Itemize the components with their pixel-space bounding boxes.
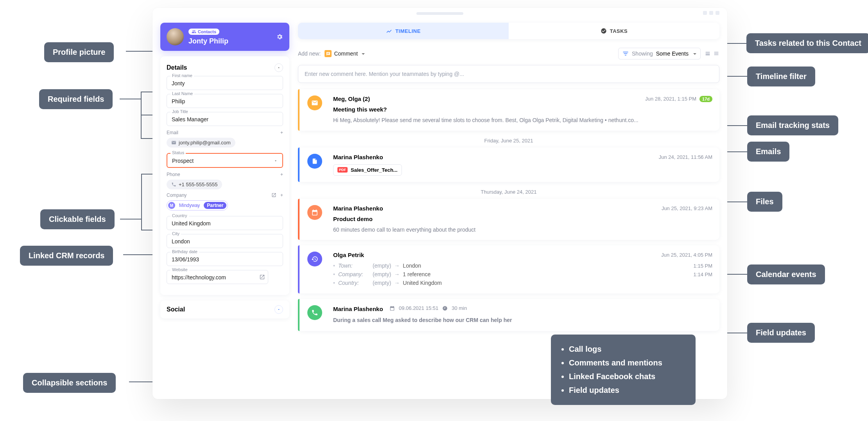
- tabs: TIMELINE TASKS: [298, 23, 719, 39]
- field-updates-list: • Town: (empty) → London 1:15 PM • Compa…: [333, 261, 712, 287]
- profile-header: Contacts Jonty Philip: [160, 23, 289, 51]
- pdf-icon: PDF: [337, 167, 348, 173]
- popup-item: Linked Facebook chats: [569, 370, 684, 383]
- annotation-clickable-fields: Clickable fields: [40, 209, 115, 229]
- field-update-row: • Company: (empty) → 1 reference 1:14 PM: [333, 270, 712, 279]
- add-new-label: Add new:: [298, 50, 321, 57]
- updates-author: Olga Petrik: [333, 252, 364, 258]
- popup-item: Comments and mentions: [569, 356, 684, 370]
- annotation-profile-picture: Profile picture: [44, 42, 114, 62]
- company-label: Company: [167, 193, 187, 198]
- svg-rect-13: [714, 52, 719, 52]
- annotation-email-stats: Email tracking stats: [747, 115, 838, 135]
- caret-down-icon: [274, 159, 278, 163]
- folder-pill[interactable]: Contacts: [188, 29, 219, 35]
- comment-input[interactable]: Enter new comment here. Mention your tea…: [298, 65, 719, 83]
- tab-tasks[interactable]: TASKS: [509, 23, 719, 39]
- calendar-badge-icon: [307, 205, 322, 220]
- annotation-emails: Emails: [747, 142, 789, 162]
- date-separator: Friday, June 25, 2021: [298, 138, 719, 144]
- phone-icon: [171, 182, 176, 187]
- file-badge-icon: [307, 154, 322, 169]
- timeline-event-card[interactable]: Marina Plashenko Jun 25, 2021, 9:23 AM P…: [298, 199, 719, 240]
- popup-item: Field updates: [569, 383, 684, 397]
- gear-icon[interactable]: [276, 33, 283, 40]
- add-phone-icon[interactable]: +: [280, 172, 283, 177]
- job-title-field[interactable]: Job Title: [167, 112, 283, 126]
- svg-rect-15: [714, 54, 719, 55]
- company-chip[interactable]: M Mindyway Partner: [167, 200, 283, 210]
- call-author: Marina Plashenko: [333, 306, 383, 312]
- file-author: Marina Plashenko: [333, 154, 383, 160]
- call-badge-icon: [307, 305, 322, 320]
- annotation-linked-records: Linked CRM records: [20, 246, 113, 266]
- date-separator: Thursday, June 24, 2021: [298, 189, 719, 195]
- external-link-icon[interactable]: [259, 274, 265, 280]
- contact-name: Jonty Philip: [188, 37, 271, 45]
- email-label: Email: [167, 130, 178, 135]
- phone-chip[interactable]: +1 555-555-5555: [167, 180, 222, 189]
- company-tag: Partner: [204, 202, 226, 209]
- annotation-timeline-filter: Timeline filter: [747, 67, 815, 86]
- last-name-field[interactable]: Last Name: [167, 94, 283, 108]
- annotation-required-fields: Required fields: [39, 89, 113, 109]
- email-chip[interactable]: jonty.philip@gmail.com: [167, 138, 235, 148]
- status-field[interactable]: Status Prospect: [167, 153, 283, 168]
- filter-icon: [622, 50, 629, 57]
- timeline-icon: [386, 28, 392, 34]
- phone-label: Phone: [167, 172, 180, 177]
- comment-type-selector[interactable]: Comment: [325, 50, 365, 57]
- first-name-field[interactable]: First name: [167, 76, 283, 90]
- annotation-tasks-related: Tasks related to this Contact: [746, 33, 868, 53]
- envelope-icon: [171, 140, 176, 145]
- svg-rect-12: [706, 53, 710, 55]
- annotation-collapsible: Collapsible sections: [23, 373, 116, 393]
- caret-down-icon: [692, 50, 696, 57]
- timeline-call-card[interactable]: Marina Plashenko 09.06.2021 15:51 30 min…: [298, 299, 719, 331]
- timeline-email-card[interactable]: Meg, Olga (2) Jun 28, 2021, 1:15 PM 17d …: [298, 89, 719, 131]
- folder-name: Contacts: [198, 29, 216, 34]
- social-section[interactable]: Social: [160, 300, 289, 318]
- timeline-file-card[interactable]: Marina Plashenko Jun 24, 2021, 11:56 AM …: [298, 148, 719, 182]
- website-field[interactable]: Website: [167, 270, 268, 284]
- email-author: Meg, Olga (2): [333, 95, 370, 102]
- filter-row: Add new: Comment Showing Some Events: [298, 48, 719, 59]
- svg-rect-11: [706, 52, 710, 53]
- timeline-updates-card[interactable]: Olga Petrik Jun 25, 2021, 4:05 PM • Town…: [298, 245, 719, 293]
- add-company-icon[interactable]: +: [280, 193, 283, 198]
- tracking-badge[interactable]: 17d: [699, 96, 712, 102]
- city-field[interactable]: City: [167, 234, 283, 248]
- avatar[interactable]: [167, 28, 184, 45]
- annotation-calendar: Calendar events: [747, 264, 825, 284]
- birthday-field[interactable]: Birthday date: [167, 252, 283, 266]
- collapse-icon[interactable]: [713, 50, 719, 57]
- calendar-icon: [389, 306, 395, 311]
- expand-icon[interactable]: [705, 50, 711, 57]
- tasks-icon: [601, 28, 607, 34]
- email-badge-icon: [307, 95, 322, 110]
- clock-icon: [442, 306, 448, 311]
- caret-down-icon: [360, 50, 365, 57]
- tab-timeline[interactable]: TIMELINE: [298, 23, 509, 39]
- file-attachment[interactable]: PDF Sales_Offer_Tech...: [333, 164, 402, 176]
- window-titlebar: [152, 8, 727, 19]
- event-body: 60 minutes demo call to learn everything…: [333, 226, 712, 234]
- add-email-icon[interactable]: +: [280, 130, 283, 135]
- country-field[interactable]: Country: [167, 216, 283, 230]
- company-avatar: M: [168, 202, 175, 209]
- event-author: Marina Plashenko: [333, 205, 383, 212]
- popup-item: Call logs: [569, 342, 684, 356]
- event-title: Product demo: [333, 216, 712, 222]
- timeline-filter[interactable]: Showing Some Events: [618, 48, 701, 59]
- annotation-field-updates: Field updates: [747, 323, 815, 343]
- details-section: Details First name Last Name Job Title: [160, 56, 289, 295]
- call-body: During a sales call Meg asked to describ…: [333, 317, 712, 324]
- annotation-files: Files: [747, 192, 782, 212]
- people-icon: [192, 29, 196, 34]
- email-preview: Hi Meg, Absolutely! Please send me sever…: [333, 117, 712, 124]
- field-update-row: • Country: (empty) → United Kingdom: [333, 279, 712, 287]
- chevron-down-icon[interactable]: [274, 305, 283, 314]
- chevron-up-icon[interactable]: [274, 63, 283, 72]
- open-company-icon[interactable]: [271, 193, 276, 198]
- comment-icon: [325, 50, 332, 57]
